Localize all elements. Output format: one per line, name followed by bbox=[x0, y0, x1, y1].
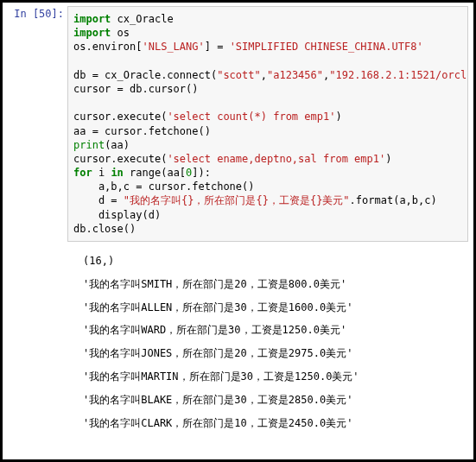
code-text: display(d) bbox=[73, 209, 161, 221]
output-cell: (16,) '我的名字叫SMITH，所在部门是20，工资是800.0美元' '我… bbox=[3, 245, 473, 442]
output-line: '我的名字叫BLAKE，所在部门是30，工资是2850.0美元' bbox=[83, 393, 468, 408]
output-line: '我的名字叫ALLEN，所在部门是30，工资是1600.0美元' bbox=[83, 301, 468, 315]
string-literal: 'NLS_LANG' bbox=[142, 41, 204, 53]
keyword-import: import bbox=[73, 13, 111, 25]
output-line: '我的名字叫MARTIN，所在部门是30，工资是1250.0美元' bbox=[83, 370, 468, 384]
code-text: , bbox=[261, 69, 267, 81]
code-input[interactable]: import cx_Oracle import os os.environ['N… bbox=[67, 6, 468, 242]
code-text: cursor.execute( bbox=[73, 153, 167, 165]
code-text: range(aa[ bbox=[124, 167, 186, 179]
output-tuple: (16,) bbox=[83, 254, 468, 269]
output-line: '我的名字叫JONES，所在部门是20，工资是2975.0美元' bbox=[83, 346, 468, 361]
code-text: aa = cursor.fetchone() bbox=[73, 125, 211, 137]
code-text: db.close() bbox=[73, 223, 136, 235]
input-prompt: In [50]: bbox=[3, 3, 67, 25]
code-text: ) bbox=[385, 153, 391, 165]
code-text: cx_Oracle bbox=[111, 13, 173, 25]
keyword-in: in bbox=[111, 167, 123, 179]
output-line: '我的名字叫SMITH，所在部门是20，工资是800.0美元' bbox=[83, 277, 468, 292]
output-prompt bbox=[3, 245, 67, 256]
output-line: '我的名字叫CLARK，所在部门是10，工资是2450.0美元' bbox=[83, 416, 468, 431]
code-text: a,b,c = cursor.fetchone() bbox=[73, 180, 255, 193]
code-text: ] = bbox=[205, 41, 230, 53]
string-literal: 'SIMPLIFIED CHINESE_CHINA.UTF8' bbox=[230, 41, 423, 53]
string-literal: 'select count(*) from emp1' bbox=[167, 111, 335, 123]
builtin-print: print bbox=[73, 139, 105, 151]
string-literal: "192.168.2.1:1521/orcl" bbox=[329, 69, 468, 81]
input-cell: In [50]: import cx_Oracle import os os.e… bbox=[3, 3, 473, 245]
code-text: d = bbox=[73, 194, 124, 206]
string-literal: 'select ename,deptno,sal from emp1' bbox=[167, 153, 385, 165]
code-text: ) bbox=[335, 111, 341, 123]
code-text: os bbox=[111, 27, 130, 39]
output-area: (16,) '我的名字叫SMITH，所在部门是20，工资是800.0美元' '我… bbox=[67, 245, 473, 442]
output-line: '我的名字叫WARD，所在部门是30，工资是1250.0美元' bbox=[83, 323, 468, 338]
keyword-for: for bbox=[73, 167, 92, 179]
string-literal: "scott" bbox=[217, 69, 261, 81]
code-text: db = cx_Oracle.connect( bbox=[73, 69, 217, 81]
code-text: (aa) bbox=[105, 139, 130, 151]
code-text: ]): bbox=[192, 167, 211, 179]
code-text: .format(a,b,c) bbox=[350, 194, 437, 206]
string-literal: "我的名字叫{}，所在部门是{}，工资是{}美元" bbox=[124, 194, 350, 206]
code-text: cursor.execute( bbox=[73, 111, 167, 123]
keyword-import: import bbox=[73, 27, 111, 39]
string-literal: "a123456" bbox=[267, 69, 323, 81]
code-text: os.environ[ bbox=[73, 41, 142, 53]
code-text: i bbox=[92, 167, 111, 179]
code-text: cursor = db.cursor() bbox=[73, 83, 199, 95]
